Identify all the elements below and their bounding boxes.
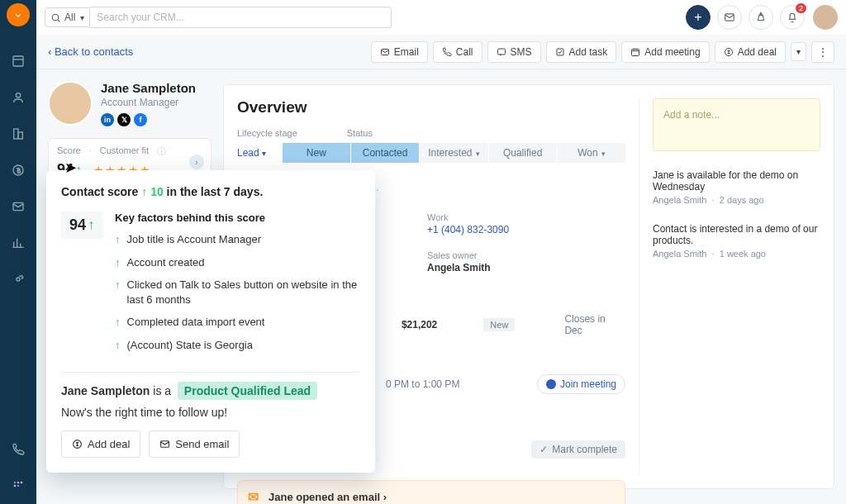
add-note-input[interactable]: Add a note... (653, 98, 820, 151)
work-phone-label: Work (427, 212, 509, 222)
user-avatar[interactable] (813, 5, 838, 30)
svg-point-1 (16, 93, 20, 97)
popover-send-email-button[interactable]: Send email (149, 430, 240, 458)
pql-badge: Product Qualified Lead (178, 382, 317, 400)
accounts-icon[interactable] (7, 122, 30, 145)
contacts-icon[interactable] (7, 86, 30, 109)
contact-name: Jane Sampleton (101, 81, 196, 95)
contact-role: Account Manager (101, 97, 196, 108)
contact-phone[interactable]: +1 (404) 832-3090 (427, 224, 509, 235)
search-input[interactable] (90, 7, 392, 28)
contact-score-popover: Contact score ↑ 10 in the last 7 days. 9… (46, 170, 375, 473)
linkedin-icon[interactable]: in (101, 113, 114, 126)
popover-message: Jane Sampleton is a Product Qualified Le… (61, 384, 360, 397)
more-menu-button[interactable]: ⋮ (811, 41, 834, 63)
notifications-icon[interactable]: 2 (780, 5, 805, 30)
key-factors-heading: Key factors behind this score (115, 212, 360, 224)
svg-point-8 (17, 482, 20, 484)
score-factor: ↑Clicked on Talk to Sales button on webs… (115, 278, 360, 307)
up-arrow-icon: ↑ (88, 216, 95, 234)
popover-add-deal-button[interactable]: Add deal (61, 430, 140, 458)
customer-fit-label: Customer fit (100, 145, 149, 158)
info-icon[interactable]: ⓘ (157, 145, 166, 158)
svg-point-6 (17, 278, 20, 281)
video-icon (546, 379, 556, 389)
email-activity-card[interactable]: ✉ Jane opened an email › (237, 480, 625, 504)
email-activity-title: Jane opened an email › (269, 491, 387, 503)
back-to-contacts-link[interactable]: Back to contacts (48, 45, 133, 58)
svg-rect-0 (13, 56, 23, 66)
dashboard-icon[interactable] (7, 50, 30, 73)
score-factor: ↑Account created (115, 255, 360, 270)
activity-title: Contact is interested in a demo of our p… (653, 223, 820, 246)
facebook-icon[interactable]: f (134, 113, 147, 126)
sms-button[interactable]: SMS (487, 41, 541, 63)
up-arrow-icon: ↑ (141, 185, 147, 198)
status-pipeline: New Contacted Interested▾ Qualified Won▾ (283, 143, 625, 163)
deal-stage-badge: New (483, 318, 515, 331)
phone-icon[interactable] (7, 438, 30, 461)
popover-headline: Contact score ↑ 10 in the last 7 days. (61, 185, 360, 198)
svg-rect-3 (18, 132, 22, 139)
activity-title: Jane is available for the demo on Wednes… (653, 169, 820, 193)
stage-contacted[interactable]: Contacted (351, 143, 419, 163)
stage-qualified[interactable]: Qualified (489, 143, 557, 163)
action-bar: Back to contacts Email Call SMS Add task… (36, 35, 846, 69)
svg-point-12 (52, 14, 59, 21)
svg-point-7 (14, 482, 17, 484)
notification-count: 2 (796, 3, 806, 13)
svg-rect-2 (14, 129, 18, 139)
svg-point-11 (17, 485, 20, 487)
mail-icon[interactable] (7, 195, 30, 218)
score-label: Score (57, 145, 81, 158)
mark-complete-button[interactable]: ✓ Mark complete (531, 440, 625, 459)
search-scope-label: All (64, 12, 75, 23)
left-nav (0, 0, 36, 504)
activity-item[interactable]: Jane is available for the demo on Wednes… (653, 169, 820, 205)
score-factor: ↑Completed data import event (115, 315, 360, 330)
deal-close-date: Closes in Dec (564, 313, 625, 336)
contact-avatar[interactable] (48, 81, 93, 126)
search-scope-selector[interactable]: All ▾ (45, 7, 90, 27)
x-twitter-icon[interactable]: 𝕏 (117, 113, 131, 126)
lifecycle-stage-label: Lifecycle stage (237, 128, 297, 138)
add-meeting-button[interactable]: Add meeting (621, 41, 709, 63)
join-meeting-button[interactable]: Join meeting (537, 374, 625, 394)
svg-point-10 (14, 485, 17, 487)
add-task-button[interactable]: Add task (546, 41, 617, 63)
alerts-icon[interactable] (749, 5, 773, 30)
score-factor: ↑Job title is Account Manager (115, 232, 360, 247)
stage-new[interactable]: New (283, 143, 350, 163)
lifecycle-stage-selector[interactable]: Lead▾ (237, 147, 266, 159)
overview-title: Overview (237, 98, 625, 116)
sales-owner-label: Sales owner (427, 250, 491, 260)
svg-point-9 (21, 482, 23, 484)
mail-open-icon: ✉ (248, 489, 259, 504)
chevron-down-icon: ▾ (80, 13, 84, 22)
settings-icon[interactable] (7, 268, 30, 291)
deals-icon[interactable] (7, 159, 30, 182)
stage-won[interactable]: Won▾ (558, 143, 625, 163)
activity-item[interactable]: Contact is interested in a demo of our p… (653, 223, 820, 259)
app-logo[interactable] (7, 3, 30, 26)
inbox-icon[interactable] (717, 5, 742, 30)
deal-amount: $21,202 (402, 319, 483, 330)
stage-interested[interactable]: Interested▾ (420, 143, 487, 163)
svg-rect-15 (497, 49, 505, 55)
topbar: All ▾ + 2 (36, 0, 846, 35)
add-deal-button[interactable]: Add deal (715, 41, 786, 63)
followup-hint: Now's the right time to follow up! (61, 406, 360, 419)
add-deal-dropdown[interactable]: ▾ (791, 42, 806, 61)
meeting-time: 0 PM to 1:00 PM (386, 378, 459, 390)
global-add-button[interactable]: + (686, 5, 711, 30)
reports-icon[interactable] (7, 231, 30, 254)
expand-score-button[interactable]: › (189, 155, 204, 169)
popover-score-badge: 94↑ (61, 212, 103, 239)
svg-rect-17 (632, 49, 639, 55)
call-button[interactable]: Call (433, 41, 482, 63)
email-button[interactable]: Email (371, 41, 428, 63)
score-factor: ↑(Account) State is Georgia (115, 338, 360, 353)
apps-icon[interactable] (7, 474, 30, 497)
status-label: Status (347, 128, 373, 138)
sales-owner-value: Angela Smith (427, 262, 491, 273)
